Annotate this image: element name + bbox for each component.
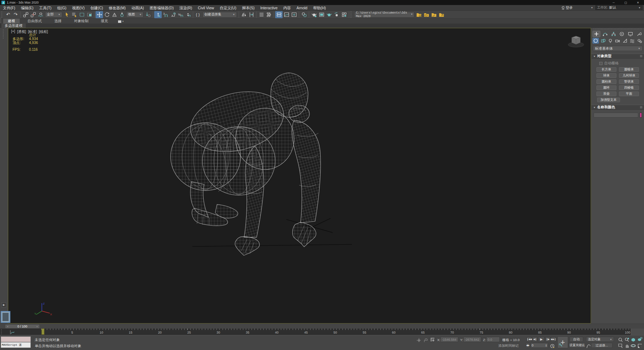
display-tab-icon[interactable] bbox=[626, 31, 634, 37]
viewport-shading-menu[interactable]: [线框] bbox=[39, 29, 48, 34]
render-production-icon[interactable] bbox=[325, 11, 333, 18]
menu-item[interactable]: 视图(V) bbox=[69, 5, 88, 11]
selection-set-dropdown[interactable]: 选定对象 ▼ bbox=[586, 337, 614, 342]
maximize-icon[interactable]: ▢ bbox=[620, 0, 632, 5]
selection-filter-dropdown[interactable]: 全部▼ bbox=[45, 12, 62, 18]
project-folder-path-dropdown[interactable]: C:\Users\sgzxz\Documents\3ds Max 2020▼ bbox=[354, 12, 414, 18]
select-and-link-icon[interactable] bbox=[22, 11, 29, 18]
zoom-extents-icon[interactable] bbox=[630, 337, 636, 342]
object-type-button[interactable]: 圆柱体 bbox=[596, 79, 616, 84]
render-setup-icon[interactable] bbox=[310, 11, 318, 18]
rectangular-selection-region-icon[interactable] bbox=[78, 11, 86, 18]
menu-item[interactable]: Civil View bbox=[195, 5, 217, 11]
object-type-button[interactable]: 茶壶 bbox=[596, 92, 616, 96]
viewcube[interactable] bbox=[566, 33, 586, 49]
menu-item[interactable]: 脚本(S) bbox=[239, 5, 257, 11]
primitive-category-dropdown[interactable]: 标准基本体 ▼ bbox=[593, 46, 643, 51]
go-to-end-button[interactable]: ▶▶❙ bbox=[551, 337, 556, 342]
select-and-manipulate-icon[interactable] bbox=[154, 11, 162, 18]
key-filters-button[interactable]: 过滤器... bbox=[591, 343, 613, 348]
macro-recorder-field[interactable] bbox=[1, 336, 31, 342]
menu-item[interactable]: 工具(T) bbox=[36, 5, 54, 11]
menu-item[interactable]: 渲染(R) bbox=[176, 5, 195, 11]
project-structure-folder-icon[interactable] bbox=[430, 11, 438, 18]
autogrid-checkbox[interactable] bbox=[599, 62, 602, 65]
cameras-category-icon[interactable] bbox=[614, 38, 621, 44]
select-and-scale-icon[interactable] bbox=[111, 11, 118, 18]
go-to-start-button[interactable]: ❙◀◀ bbox=[527, 337, 532, 342]
named-selection-sets-dropdown[interactable]: 创建选择集▼ bbox=[203, 12, 237, 18]
rendered-frame-window-icon[interactable] bbox=[318, 11, 325, 18]
reference-coordinate-dropdown[interactable]: 视图▼ bbox=[126, 12, 143, 18]
next-frame-icon[interactable]: › bbox=[35, 325, 39, 328]
object-type-button[interactable]: 四棱锥 bbox=[619, 85, 639, 90]
workspace-selector[interactable]: 工作区: 默认 ▼ bbox=[595, 5, 643, 10]
systems-category-icon[interactable] bbox=[636, 38, 643, 44]
project-notes-folder-icon[interactable] bbox=[438, 11, 445, 18]
x-coord-field[interactable]: -1546.584 bbox=[440, 337, 458, 342]
trackbar-thumb[interactable] bbox=[42, 329, 44, 335]
object-type-rollout-header[interactable]: ▼ 对象类型 bbox=[591, 54, 644, 59]
unlink-selection-icon[interactable] bbox=[29, 11, 37, 18]
space-warps-category-icon[interactable] bbox=[629, 38, 635, 44]
bind-to-space-warp-icon[interactable] bbox=[37, 11, 44, 18]
zoom-all-icon[interactable] bbox=[624, 337, 629, 342]
lights-category-icon[interactable] bbox=[607, 38, 614, 44]
angle-snap-toggle-icon[interactable] bbox=[169, 11, 177, 18]
maximize-viewport-toggle-icon[interactable] bbox=[636, 343, 642, 348]
set-project-folder-icon[interactable] bbox=[415, 11, 423, 18]
open-project-folder-icon[interactable] bbox=[423, 11, 430, 18]
perspective-viewport[interactable]: [+] [透视] [标准] [线框] 总计 多边形:4,934 顶点:4,936… bbox=[8, 28, 591, 324]
ribbon-tab[interactable]: 建模 bbox=[3, 19, 20, 24]
zoom-extents-all-icon[interactable] bbox=[636, 337, 642, 342]
track-bar[interactable]: 0510152025303540455055606570758085909510… bbox=[0, 329, 631, 335]
trackbar-grip[interactable] bbox=[1, 329, 3, 334]
spinner-snap-toggle-icon[interactable] bbox=[184, 11, 192, 18]
object-type-button[interactable]: 几何球体 bbox=[619, 73, 639, 78]
object-type-button[interactable]: 圆环 bbox=[596, 85, 616, 90]
zoom-region-icon[interactable] bbox=[617, 343, 623, 348]
use-pivot-point-center-icon[interactable] bbox=[144, 11, 152, 18]
schematic-view-icon[interactable] bbox=[290, 11, 298, 18]
undo-button[interactable]: ↶ bbox=[4, 11, 12, 18]
menu-item[interactable]: Interactive bbox=[257, 5, 280, 11]
render-flyout-icon[interactable] bbox=[340, 11, 348, 18]
helpers-category-icon[interactable] bbox=[622, 38, 628, 44]
isolate-selection-icon[interactable] bbox=[416, 337, 421, 342]
auto-key-button[interactable]: 自动 bbox=[570, 337, 583, 342]
strip-grip[interactable] bbox=[3, 29, 4, 39]
minimize-icon[interactable]: ─ bbox=[608, 0, 620, 5]
previous-frame-button[interactable]: ◀❙ bbox=[532, 337, 537, 342]
object-type-button[interactable]: 平面 bbox=[619, 92, 639, 96]
frame-spinner[interactable]: ▲▼ bbox=[545, 344, 547, 347]
menu-item[interactable]: 创建(C) bbox=[88, 5, 106, 11]
mini-curve-editor-icon[interactable] bbox=[9, 329, 15, 334]
ribbon-toggle-icon[interactable] bbox=[275, 11, 283, 18]
select-by-name-icon[interactable] bbox=[70, 11, 78, 18]
align-icon[interactable] bbox=[248, 11, 255, 18]
menu-item[interactable]: 图形编辑器(D) bbox=[147, 5, 176, 11]
menu-item[interactable]: 修改器(M) bbox=[106, 5, 128, 11]
create-tab-icon[interactable] bbox=[592, 31, 600, 37]
shapes-category-icon[interactable] bbox=[600, 38, 606, 44]
curve-editor-icon[interactable] bbox=[283, 11, 290, 18]
menu-item[interactable]: 内容 bbox=[280, 5, 294, 11]
trackbar-ruler[interactable] bbox=[41, 329, 629, 330]
utilities-tab-icon[interactable] bbox=[635, 31, 643, 37]
object-type-button[interactable]: 圆锥体 bbox=[619, 67, 639, 72]
polygon-modeling-panel[interactable]: 多边形建模 bbox=[1, 24, 26, 28]
name-color-rollout-header[interactable]: ▼ 名称和颜色 bbox=[591, 105, 644, 110]
ribbon-tab[interactable]: 对象绘制 bbox=[69, 19, 93, 24]
set-keys-button[interactable]: + bbox=[557, 336, 568, 348]
ribbon-tab[interactable]: 自由形式 bbox=[23, 19, 47, 24]
menu-item[interactable]: 文件(F) bbox=[0, 5, 18, 11]
close-icon[interactable]: ✕ bbox=[632, 0, 644, 5]
select-and-place-icon[interactable] bbox=[118, 11, 126, 18]
select-object-icon[interactable] bbox=[63, 11, 70, 18]
menu-item[interactable]: 组(G) bbox=[54, 5, 69, 11]
ribbon-tab[interactable]: 选择 bbox=[50, 19, 66, 24]
object-type-button[interactable]: 加强型文本 bbox=[597, 98, 620, 102]
key-mode-toggle-icon[interactable]: ◀▶ bbox=[526, 343, 530, 348]
layer-explorer-icon[interactable] bbox=[265, 11, 273, 18]
menu-item[interactable]: Arnold bbox=[294, 5, 310, 11]
